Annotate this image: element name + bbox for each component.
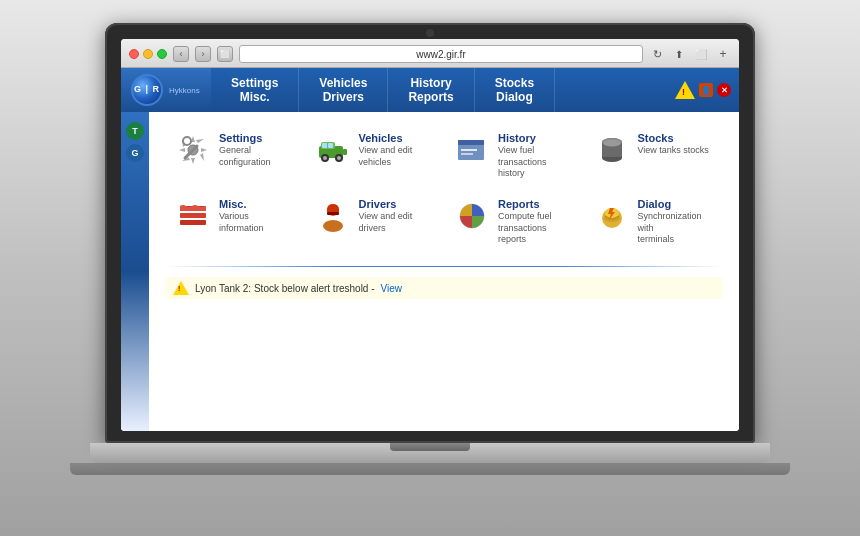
nav-logo: G | R Hykkons bbox=[121, 68, 211, 112]
dialog-title: Dialog bbox=[638, 198, 714, 210]
tab-icon[interactable]: ⬜ bbox=[693, 46, 709, 62]
svg-point-20 bbox=[603, 140, 621, 147]
stocks-text: Stocks View tanks stocks bbox=[638, 132, 709, 157]
address-bar[interactable]: www2.gir.fr bbox=[239, 45, 643, 63]
main-content: T G bbox=[121, 112, 739, 431]
drivers-text: Drivers View and editdrivers bbox=[359, 198, 413, 234]
svg-rect-26 bbox=[327, 212, 339, 215]
drivers-title: Drivers bbox=[359, 198, 413, 210]
vehicles-text: Vehicles View and editvehicles bbox=[359, 132, 413, 168]
add-tab-icon[interactable]: + bbox=[715, 46, 731, 62]
nav-item-history-reports[interactable]: HistoryReports bbox=[388, 68, 474, 112]
dialog-icon bbox=[594, 198, 630, 234]
menu-item-stocks[interactable]: Stocks View tanks stocks bbox=[584, 124, 724, 188]
stocks-icon bbox=[594, 132, 630, 168]
logo-gir: G | R bbox=[134, 85, 160, 95]
top-nav: G | R Hykkons SettingsMisc. VehiclesDriv… bbox=[121, 68, 739, 112]
menu-item-reports[interactable]: Reports Compute fuel transactionsreports bbox=[444, 190, 584, 254]
content-area: Settings Generalconfiguration bbox=[149, 112, 739, 431]
misc-title: Misc. bbox=[219, 198, 264, 210]
browser-chrome: ‹ › ⬜ www2.gir.fr ↻ ⬆ ⬜ + bbox=[121, 39, 739, 68]
share-icon[interactable]: ⬆ bbox=[671, 46, 687, 62]
reports-icon bbox=[454, 198, 490, 234]
alert-message: Lyon Tank 2: Stock below alert treshold … bbox=[195, 283, 375, 294]
svg-point-7 bbox=[323, 156, 327, 160]
sidebar-t-icon[interactable]: T bbox=[126, 122, 144, 140]
nav-label-settings: SettingsMisc. bbox=[231, 76, 278, 105]
screen-bezel: ‹ › ⬜ www2.gir.fr ↻ ⬆ ⬜ + bbox=[105, 23, 755, 443]
dialog-desc: Synchronization withterminals bbox=[638, 211, 714, 246]
laptop-hinge bbox=[390, 443, 470, 451]
svg-rect-14 bbox=[461, 153, 473, 155]
nav-item-settings-misc[interactable]: SettingsMisc. bbox=[211, 68, 299, 112]
laptop-container: ‹ › ⬜ www2.gir.fr ↻ ⬆ ⬜ + bbox=[80, 23, 780, 513]
svg-rect-23 bbox=[180, 220, 206, 225]
settings-icon bbox=[175, 132, 211, 168]
dialog-text: Dialog Synchronization withterminals bbox=[638, 198, 714, 246]
back-button[interactable]: ‹ bbox=[173, 46, 189, 62]
settings-title: Settings bbox=[219, 132, 271, 144]
vehicles-title: Vehicles bbox=[359, 132, 413, 144]
nav-item-vehicles-drivers[interactable]: VehiclesDrivers bbox=[299, 68, 388, 112]
stocks-desc: View tanks stocks bbox=[638, 145, 709, 157]
logo-subtitle: Hykkons bbox=[169, 86, 200, 95]
alert-triangle-icon bbox=[173, 281, 189, 295]
menu-item-history[interactable]: History View fuel transactionshistory bbox=[444, 124, 584, 188]
reports-desc: Compute fuel transactionsreports bbox=[498, 211, 574, 246]
nav-label-stocks: StocksDialog bbox=[495, 76, 534, 105]
sidebar-g-icon[interactable]: G bbox=[126, 144, 144, 162]
misc-desc: Variousinformation bbox=[219, 211, 264, 234]
warning-icon[interactable] bbox=[675, 81, 695, 99]
menu-item-misc[interactable]: Misc. Variousinformation bbox=[165, 190, 305, 254]
menu-item-settings[interactable]: Settings Generalconfiguration bbox=[165, 124, 305, 188]
menu-item-vehicles[interactable]: Vehicles View and editvehicles bbox=[305, 124, 445, 188]
misc-text: Misc. Variousinformation bbox=[219, 198, 264, 234]
svg-rect-12 bbox=[458, 140, 484, 145]
logo-text: Hykkons bbox=[169, 86, 200, 95]
sidebar: T G bbox=[121, 112, 149, 431]
nav-icons: 👤 ✕ bbox=[667, 68, 739, 112]
history-title: History bbox=[498, 132, 574, 144]
alert-view-link[interactable]: View bbox=[381, 283, 403, 294]
svg-rect-22 bbox=[180, 213, 206, 218]
svg-point-9 bbox=[337, 156, 341, 160]
drivers-icon bbox=[315, 198, 351, 234]
url-text: www2.gir.fr bbox=[416, 49, 465, 60]
logo-globe: G | R bbox=[131, 74, 163, 106]
menu-item-dialog[interactable]: Dialog Synchronization withterminals bbox=[584, 190, 724, 254]
close-button[interactable] bbox=[129, 49, 139, 59]
nav-item-stocks-dialog[interactable]: StocksDialog bbox=[475, 68, 555, 112]
laptop-base-bottom bbox=[70, 463, 790, 475]
browser-window: ‹ › ⬜ www2.gir.fr ↻ ⬆ ⬜ + bbox=[121, 39, 739, 431]
svg-rect-5 bbox=[328, 143, 333, 148]
alert-bar: Lyon Tank 2: Stock below alert treshold … bbox=[165, 277, 723, 299]
laptop-base bbox=[90, 443, 770, 463]
nav-label-history: HistoryReports bbox=[408, 76, 453, 105]
browser-toolbar: ‹ › ⬜ www2.gir.fr ↻ ⬆ ⬜ + bbox=[129, 45, 731, 63]
divider bbox=[165, 266, 723, 267]
refresh-icon[interactable]: ↻ bbox=[649, 46, 665, 62]
svg-rect-4 bbox=[322, 143, 327, 148]
nav-label-vehicles: VehiclesDrivers bbox=[319, 76, 367, 105]
person-icon[interactable]: 👤 bbox=[699, 83, 713, 97]
svg-rect-10 bbox=[343, 149, 347, 155]
minimize-button[interactable] bbox=[143, 49, 153, 59]
traffic-lights bbox=[129, 49, 167, 59]
nav-items: SettingsMisc. VehiclesDrivers HistoryRep… bbox=[211, 68, 667, 112]
svg-point-1 bbox=[183, 137, 191, 145]
svg-point-25 bbox=[323, 220, 343, 232]
reports-text: Reports Compute fuel transactionsreports bbox=[498, 198, 574, 246]
settings-text: Settings Generalconfiguration bbox=[219, 132, 271, 168]
history-desc: View fuel transactionshistory bbox=[498, 145, 574, 180]
drivers-desc: View and editdrivers bbox=[359, 211, 413, 234]
history-icon bbox=[454, 132, 490, 168]
reports-title: Reports bbox=[498, 198, 574, 210]
logout-icon[interactable]: ✕ bbox=[717, 83, 731, 97]
menu-grid: Settings Generalconfiguration bbox=[165, 124, 723, 254]
maximize-button[interactable] bbox=[157, 49, 167, 59]
menu-item-drivers[interactable]: Drivers View and editdrivers bbox=[305, 190, 445, 254]
vehicles-desc: View and editvehicles bbox=[359, 145, 413, 168]
window-button[interactable]: ⬜ bbox=[217, 46, 233, 62]
vehicles-icon bbox=[315, 132, 351, 168]
forward-button[interactable]: › bbox=[195, 46, 211, 62]
